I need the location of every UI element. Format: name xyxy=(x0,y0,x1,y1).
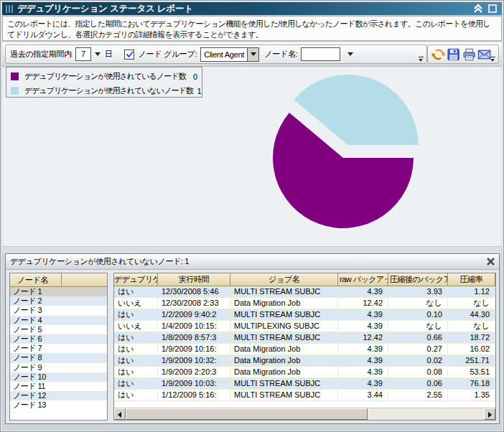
period-label: 過去の指定期間内 xyxy=(10,49,72,60)
table-cell: Data Migration Job xyxy=(230,367,338,377)
table-row[interactable]: はい1/9/2009 10:03:MULTI STREAM SUBJC4.390… xyxy=(114,378,495,390)
table-cell: Data Migration Job xyxy=(230,298,338,309)
node-list-item[interactable]: ノード 5 xyxy=(10,325,107,334)
table-cell: はい xyxy=(114,286,158,297)
table-cell: 1.12 xyxy=(448,286,495,297)
table-cell: 1.35 xyxy=(448,390,495,400)
table-cell: はい xyxy=(114,390,158,400)
table-cell: 53.51 xyxy=(448,367,495,377)
action-icons-group xyxy=(427,44,499,64)
node-group-combo-button[interactable] xyxy=(247,48,258,61)
table-cell: なし xyxy=(448,298,495,309)
toolbar-overflow-icon[interactable] xyxy=(418,57,424,62)
node-group-checkbox[interactable] xyxy=(124,50,134,60)
column-header[interactable]: 圧縮率 xyxy=(448,273,495,286)
table-cell: なし xyxy=(388,298,448,309)
scroll-right-button[interactable] xyxy=(484,408,495,420)
column-header[interactable]: ジョブ名 xyxy=(230,273,338,286)
empty-column-header[interactable] xyxy=(62,273,107,287)
table-cell: 12.42 xyxy=(338,298,388,309)
filter-toolbar: 過去の指定期間内 7 日 ノード グループ: Client Agent ノード名… xyxy=(2,42,502,67)
table-cell: MULTI STREAM SUBJC xyxy=(230,378,338,389)
table-cell: 12.42 xyxy=(338,332,388,343)
table-cell: Data Migration Job xyxy=(230,355,338,366)
node-name-column-header[interactable]: ノード名 xyxy=(10,273,62,287)
table-cell: 1/12/2009 5:16: xyxy=(158,390,230,400)
table-cell: 1/4/2009 10:15: xyxy=(158,321,230,332)
maximize-icon[interactable] xyxy=(488,4,497,13)
node-list-item[interactable]: ノード 4 xyxy=(10,316,107,325)
node-list-header: ノード名 xyxy=(10,273,107,287)
table-cell: MULTI STREAM SUBJC xyxy=(230,390,338,400)
node-list-item[interactable]: ノード 2 xyxy=(10,296,107,306)
node-list-item[interactable]: ノード 12 xyxy=(10,391,107,400)
drilldown-panel: デデュプリケーションが使用されていないノード: 1 ノード名 ノード 1ノード … xyxy=(5,253,500,424)
table-cell: 1/2/2009 9:40:2 xyxy=(158,309,230,320)
table-cell: 4.39 xyxy=(338,378,388,389)
close-icon[interactable] xyxy=(485,256,496,267)
node-list-item[interactable]: ノード 13 xyxy=(10,400,107,410)
table-header-row: デデュプリケ実行時間ジョブ名raw バックアップ圧縮後のバックアッ圧縮率 xyxy=(114,273,495,286)
node-name-input[interactable] xyxy=(301,47,340,61)
node-list-item[interactable]: ノード 6 xyxy=(10,334,107,344)
table-row[interactable]: いいえ1/4/2009 10:15:MULTIPLEXING SUBJC4.39… xyxy=(114,321,495,332)
scrollbar-thumb[interactable] xyxy=(126,408,368,420)
node-list-item[interactable]: ノード 7 xyxy=(10,344,107,353)
node-group-combo[interactable]: Client Agent xyxy=(200,47,259,62)
period-dropdown-icon[interactable] xyxy=(95,52,101,56)
table-cell: はい xyxy=(114,367,158,377)
icons-overflow-icon[interactable] xyxy=(490,57,496,62)
table-cell: 12/30/2008 2:33 xyxy=(158,298,230,309)
node-list-item[interactable]: ノード 9 xyxy=(10,363,107,372)
node-list-body: ノード 1ノード 2ノード 3ノード 4ノード 5ノード 6ノード 7ノード 8… xyxy=(10,287,107,410)
table-cell: 0.10 xyxy=(388,309,448,320)
table-row[interactable]: はい12/30/2008 5:46MULTI STREAM SUBJC4.393… xyxy=(114,286,495,298)
table-cell: 2.55 xyxy=(388,390,448,400)
filter-group: 過去の指定期間内 7 日 ノード グループ: Client Agent ノード名… xyxy=(5,44,427,64)
detail-table: デデュプリケ実行時間ジョブ名raw バックアップ圧縮後のバックアッ圧縮率 はい1… xyxy=(113,273,496,421)
horizontal-scrollbar[interactable] xyxy=(114,408,495,420)
report-description: このレポートには、指定した期間においてデデュプリケーション機能を使用した/使用し… xyxy=(2,16,502,41)
table-cell: はい xyxy=(114,378,158,389)
table-cell: MULTI STREAM SUBJC xyxy=(230,286,338,297)
period-unit-label: 日 xyxy=(105,49,113,60)
scroll-left-button[interactable] xyxy=(114,408,126,420)
table-row[interactable]: はい1/9/2009 10:16:Data Migration Job4.390… xyxy=(114,344,495,355)
node-list-item[interactable]: ノード 10 xyxy=(10,372,107,382)
table-cell: 76.18 xyxy=(448,378,495,389)
drilldown-header: デデュプリケーションが使用されていないノード: 1 xyxy=(6,254,499,270)
column-header[interactable]: raw バックアップ xyxy=(338,273,388,286)
table-cell: なし xyxy=(448,321,495,332)
period-value-box[interactable]: 7 xyxy=(75,47,91,61)
table-row[interactable]: はい1/9/2009 2:20:3Data Migration Job4.390… xyxy=(114,367,495,378)
table-cell: なし xyxy=(388,321,448,332)
node-list-item[interactable]: ノード 1 xyxy=(10,287,107,296)
chart-area: デデュプリケーションが使用されているノード数0デデュプリケーションが使用されてい… xyxy=(2,67,502,246)
node-group-value: Client Agent xyxy=(201,50,247,59)
node-name-dropdown-icon[interactable] xyxy=(347,52,353,56)
table-cell: MULTI STREAM SUBJC xyxy=(230,309,338,320)
print-icon[interactable] xyxy=(462,47,476,62)
table-row[interactable]: はい1/8/2009 8:57:3MULTI STREAM SUBJC12.42… xyxy=(114,332,495,344)
table-row[interactable]: はい1/2/2009 9:40:2MULTI STREAM SUBJC4.390… xyxy=(114,309,495,321)
column-header[interactable]: デデュプリケ xyxy=(114,273,158,286)
node-list: ノード名 ノード 1ノード 2ノード 3ノード 4ノード 5ノード 6ノード 7… xyxy=(9,273,108,421)
refresh-icon[interactable] xyxy=(431,47,445,62)
table-row[interactable]: はい1/12/2009 5:16:MULTI STREAM SUBJC3.442… xyxy=(114,390,495,401)
node-list-item[interactable]: ノード 11 xyxy=(10,382,107,391)
column-header[interactable]: 実行時間 xyxy=(158,273,230,286)
table-cell: 3.93 xyxy=(388,286,448,297)
table-row[interactable]: はい1/9/2009 10:32:Data Migration Job4.390… xyxy=(114,355,495,367)
table-cell: いいえ xyxy=(114,321,158,332)
table-cell: 4.39 xyxy=(338,286,388,297)
table-cell: 0.08 xyxy=(388,367,448,377)
node-list-item[interactable]: ノード 3 xyxy=(10,306,107,315)
pie-chart xyxy=(2,67,503,246)
table-row[interactable]: いいえ12/30/2008 2:33Data Migration Job12.4… xyxy=(114,298,495,309)
collapse-icon[interactable] xyxy=(473,4,483,14)
save-icon[interactable] xyxy=(447,47,460,62)
column-header[interactable]: 圧縮後のバックアッ xyxy=(388,273,448,286)
table-cell: 251.71 xyxy=(448,355,495,366)
node-list-item[interactable]: ノード 8 xyxy=(10,353,107,362)
table-cell: 1/9/2009 10:03: xyxy=(158,378,230,389)
